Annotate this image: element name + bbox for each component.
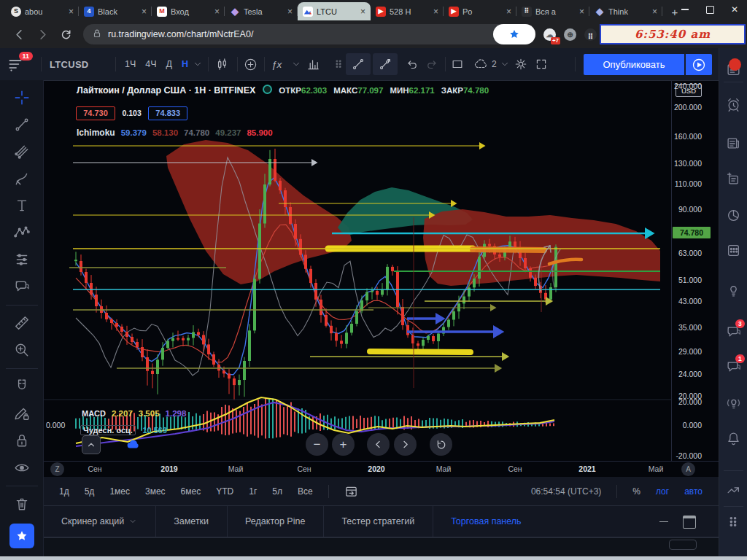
notifications-icon[interactable] (726, 431, 742, 447)
tab-close-button[interactable]: × (142, 7, 147, 17)
magnet-tool[interactable] (9, 373, 35, 400)
range-6мес[interactable]: 6мес (181, 486, 201, 497)
crosshair-tool[interactable] (9, 85, 35, 111)
range-1мес[interactable]: 1мес (109, 486, 130, 497)
tab-close-button[interactable]: × (360, 7, 365, 17)
panel-handle[interactable] (669, 540, 697, 550)
undo-button[interactable] (406, 48, 419, 80)
lock-drawings-tool[interactable] (9, 427, 35, 454)
range-1д[interactable]: 1д (59, 486, 69, 497)
rectangle-tool-button[interactable] (451, 48, 464, 80)
remove-drawings-tool[interactable] (9, 491, 35, 517)
hide-drawings-tool[interactable] (9, 454, 35, 481)
timeframe-1Ч[interactable]: 1Ч (125, 59, 136, 69)
restore-window-button[interactable] (697, 0, 722, 19)
symbol-button[interactable]: LTCUSD (50, 48, 89, 80)
play-button[interactable] (686, 54, 712, 75)
redo-button[interactable] (425, 48, 438, 80)
range-5л[interactable]: 5л (272, 486, 282, 497)
timeframe-Н[interactable]: Н (182, 59, 188, 69)
scroll-right-button[interactable] (394, 433, 417, 456)
blackberry-extension[interactable]: ⣶ (584, 28, 597, 41)
reload-button[interactable] (57, 26, 74, 43)
calendar-icon[interactable] (726, 243, 742, 259)
indicators-button[interactable]: ƒx (271, 48, 282, 80)
time-axis[interactable]: Z A Сен2019МайСен2020МайСен2021Май (44, 461, 719, 478)
ideas-icon[interactable] (726, 283, 742, 299)
measure-tool[interactable] (9, 310, 35, 336)
log-scale-button[interactable]: лог (656, 486, 669, 497)
reset-chart-button[interactable] (430, 433, 452, 456)
tab-close-button[interactable]: × (433, 7, 438, 17)
ray-line-tool-button[interactable] (373, 53, 398, 75)
streams-icon[interactable] (726, 396, 742, 412)
browser-tab-po[interactable]: ▶Po× (444, 2, 516, 20)
panel-minimize-icon[interactable] (659, 521, 668, 523)
cloud-save-button[interactable] (473, 48, 488, 80)
chart-clock[interactable]: 06:54:54 (UTC+3) (531, 486, 601, 497)
tab-close-button[interactable]: × (214, 7, 220, 17)
object-tree-icon[interactable] (726, 515, 742, 531)
collapse-pane-button[interactable] (82, 435, 101, 454)
panel-restore-icon[interactable] (683, 516, 696, 529)
timeframe-chevron-icon[interactable] (193, 48, 203, 80)
trend-line-tool[interactable] (9, 112, 35, 138)
zoom-out-button[interactable]: − (306, 433, 328, 456)
range-1г[interactable]: 1г (249, 486, 257, 497)
favorites-star-button[interactable] (9, 524, 34, 548)
browser-tab-ltcu[interactable]: LTCU× (298, 2, 371, 20)
range-3мес[interactable]: 3мес (145, 486, 166, 497)
annotation-tool[interactable] (9, 273, 35, 300)
back-button[interactable] (10, 26, 28, 43)
indicators-chevron-icon[interactable] (291, 48, 301, 80)
price-axis[interactable]: USD 240.000200.000160.000130.000110.0009… (671, 80, 719, 461)
pattern-tool[interactable] (9, 219, 35, 246)
drag-handle-icon[interactable] (333, 48, 345, 80)
browser-tab-вход[interactable]: MВход× (152, 2, 225, 20)
fullscreen-icon[interactable] (535, 48, 547, 80)
timeframe-4Ч[interactable]: 4Ч (145, 59, 156, 69)
zoom-out-corner-button[interactable]: Z (50, 462, 64, 476)
settings-gear-icon[interactable] (514, 48, 527, 80)
chart-type-button[interactable] (215, 48, 229, 80)
alerts-icon[interactable] (726, 97, 742, 113)
drawing-mode-tool[interactable] (9, 400, 35, 427)
chart-legend-title[interactable]: Лайткоин / Доллар США · 1Н · BITFINEXОТК… (77, 85, 489, 96)
timeframe-Д[interactable]: Д (166, 59, 172, 69)
browser-tab-tesla[interactable]: ◆Tesla× (225, 2, 298, 20)
range-5д[interactable]: 5д (85, 486, 95, 497)
close-window-button[interactable]: ✕ (722, 0, 747, 19)
range-YTD[interactable]: YTD (216, 486, 233, 497)
browser-tab-вся-а[interactable]: ⠿Вся а× (516, 2, 589, 20)
hotlists-icon[interactable] (726, 208, 742, 224)
zoom-in-tool[interactable] (9, 337, 35, 363)
tab-close-button[interactable]: × (506, 7, 511, 17)
ichimoku-legend[interactable]: Ichimoku59.37958.13074.78049.23785.900 (77, 125, 273, 139)
auto-scale-button[interactable]: авто (684, 486, 703, 497)
tab-close-button[interactable]: × (287, 7, 293, 17)
tab-close-button[interactable]: × (652, 7, 657, 17)
notes-icon[interactable] (726, 171, 742, 187)
url-bar[interactable]: ru.tradingview.com/chart/mNctrEA0/ (83, 24, 534, 44)
forward-button[interactable] (34, 26, 51, 43)
tab-close-button[interactable]: × (69, 7, 74, 17)
bottom-tab-2[interactable]: Заметки (156, 506, 227, 537)
browser-tab-528-h[interactable]: ▶528 H× (371, 2, 444, 20)
cloud-extension[interactable]: ☁+7 (543, 28, 556, 41)
trend-line-tool-button[interactable] (346, 53, 371, 75)
browser-tab-abou[interactable]: Sabou× (6, 2, 79, 20)
percent-scale-button[interactable]: % (632, 486, 640, 497)
cloud-chevron-icon[interactable] (500, 48, 510, 80)
quick-search-icon[interactable] (726, 483, 742, 499)
minimize-window-button[interactable] (673, 0, 697, 19)
globe-extension[interactable]: ⊕ (564, 28, 576, 41)
bookmark-capsule[interactable] (493, 24, 535, 44)
go-to-date-button[interactable] (344, 484, 359, 499)
range-Все[interactable]: Все (298, 486, 313, 497)
browser-tab-think[interactable]: ◆Think× (589, 2, 662, 20)
news-icon[interactable] (726, 136, 742, 152)
scroll-left-button[interactable] (367, 433, 390, 456)
zoom-in-button[interactable]: + (332, 433, 355, 456)
tab-close-button[interactable]: × (579, 7, 584, 17)
bottom-tab-5[interactable]: Торговая панель (433, 506, 539, 537)
